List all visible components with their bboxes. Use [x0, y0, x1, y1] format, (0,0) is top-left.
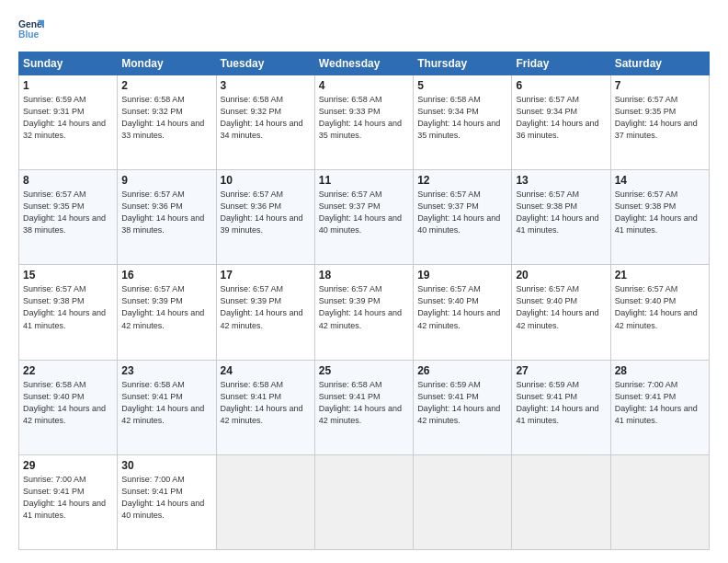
calendar-cell [216, 454, 314, 549]
day-number: 11 [319, 174, 409, 187]
calendar-cell: 9 Sunrise: 6:57 AMSunset: 9:36 PMDayligh… [118, 170, 216, 265]
header-row: SundayMondayTuesdayWednesdayThursdayFrid… [19, 52, 710, 75]
col-header-sunday: Sunday [19, 52, 118, 75]
day-info: Sunrise: 6:57 AMSunset: 9:38 PMDaylight:… [23, 284, 106, 329]
day-number: 18 [319, 269, 409, 282]
calendar-cell: 15 Sunrise: 6:57 AMSunset: 9:38 PMDaylig… [19, 265, 118, 360]
day-info: Sunrise: 6:57 AMSunset: 9:39 PMDaylight:… [121, 284, 204, 329]
logo: General Blue [18, 17, 50, 42]
day-number: 14 [615, 174, 705, 187]
calendar-cell [314, 454, 413, 549]
calendar-cell: 29 Sunrise: 7:00 AMSunset: 9:41 PMDaylig… [19, 454, 118, 549]
day-info: Sunrise: 6:57 AMSunset: 9:39 PMDaylight:… [221, 284, 303, 329]
calendar-cell: 8 Sunrise: 6:57 AMSunset: 9:35 PMDayligh… [19, 170, 118, 265]
day-number: 27 [516, 364, 606, 377]
calendar-cell: 30 Sunrise: 7:00 AMSunset: 9:41 PMDaylig… [118, 454, 216, 549]
day-info: Sunrise: 6:57 AMSunset: 9:38 PMDaylight:… [516, 190, 598, 235]
calendar-cell: 11 Sunrise: 6:57 AMSunset: 9:37 PMDaylig… [314, 170, 413, 265]
calendar-cell: 4 Sunrise: 6:58 AMSunset: 9:33 PMDayligh… [314, 75, 413, 170]
day-number: 28 [615, 364, 705, 377]
day-info: Sunrise: 6:57 AMSunset: 9:35 PMDaylight:… [615, 95, 698, 140]
day-info: Sunrise: 6:59 AMSunset: 9:31 PMDaylight:… [23, 95, 106, 140]
day-info: Sunrise: 6:58 AMSunset: 9:41 PMDaylight:… [121, 380, 204, 425]
day-info: Sunrise: 6:57 AMSunset: 9:37 PMDaylight:… [319, 190, 402, 235]
col-header-monday: Monday [118, 52, 216, 75]
calendar-cell: 16 Sunrise: 6:57 AMSunset: 9:39 PMDaylig… [118, 265, 216, 360]
day-number: 10 [221, 174, 311, 187]
day-info: Sunrise: 6:57 AMSunset: 9:36 PMDaylight:… [121, 190, 204, 235]
day-number: 20 [516, 269, 606, 282]
day-number: 12 [417, 174, 507, 187]
day-info: Sunrise: 6:57 AMSunset: 9:37 PMDaylight:… [417, 190, 500, 235]
page: General Blue SundayMondayTuesdayWednesda… [0, 0, 728, 563]
day-number: 24 [221, 364, 311, 377]
day-number: 21 [615, 269, 705, 282]
svg-text:Blue: Blue [18, 29, 40, 40]
logo-icon: General Blue [18, 17, 44, 42]
header: General Blue [18, 17, 710, 42]
day-info: Sunrise: 6:58 AMSunset: 9:41 PMDaylight:… [319, 380, 402, 425]
day-info: Sunrise: 6:57 AMSunset: 9:34 PMDaylight:… [516, 95, 598, 140]
col-header-saturday: Saturday [610, 52, 709, 75]
calendar-cell: 14 Sunrise: 6:57 AMSunset: 9:38 PMDaylig… [610, 170, 709, 265]
day-number: 2 [121, 79, 211, 92]
day-number: 29 [23, 459, 113, 472]
day-number: 9 [121, 174, 211, 187]
day-number: 22 [23, 364, 113, 377]
calendar-cell: 25 Sunrise: 6:58 AMSunset: 9:41 PMDaylig… [314, 360, 413, 454]
calendar-cell: 3 Sunrise: 6:58 AMSunset: 9:32 PMDayligh… [216, 75, 314, 170]
calendar-cell [610, 454, 709, 549]
day-info: Sunrise: 6:57 AMSunset: 9:35 PMDaylight:… [23, 190, 106, 235]
day-number: 23 [121, 364, 211, 377]
day-info: Sunrise: 6:57 AMSunset: 9:39 PMDaylight:… [319, 284, 402, 329]
calendar-cell: 10 Sunrise: 6:57 AMSunset: 9:36 PMDaylig… [216, 170, 314, 265]
calendar-cell: 17 Sunrise: 6:57 AMSunset: 9:39 PMDaylig… [216, 265, 314, 360]
day-info: Sunrise: 6:58 AMSunset: 9:41 PMDaylight:… [221, 380, 303, 425]
day-info: Sunrise: 7:00 AMSunset: 9:41 PMDaylight:… [121, 475, 204, 520]
day-info: Sunrise: 6:58 AMSunset: 9:34 PMDaylight:… [417, 95, 500, 140]
day-info: Sunrise: 6:57 AMSunset: 9:38 PMDaylight:… [615, 190, 698, 235]
calendar-cell: 18 Sunrise: 6:57 AMSunset: 9:39 PMDaylig… [314, 265, 413, 360]
day-number: 16 [121, 269, 211, 282]
day-info: Sunrise: 6:58 AMSunset: 9:32 PMDaylight:… [221, 95, 303, 140]
day-info: Sunrise: 6:58 AMSunset: 9:40 PMDaylight:… [23, 380, 106, 425]
calendar-cell: 26 Sunrise: 6:59 AMSunset: 9:41 PMDaylig… [414, 360, 512, 454]
col-header-thursday: Thursday [414, 52, 512, 75]
col-header-tuesday: Tuesday [216, 52, 314, 75]
day-number: 1 [23, 79, 113, 92]
day-number: 4 [319, 79, 409, 92]
calendar-cell: 23 Sunrise: 6:58 AMSunset: 9:41 PMDaylig… [118, 360, 216, 454]
calendar-cell: 27 Sunrise: 6:59 AMSunset: 9:41 PMDaylig… [512, 360, 610, 454]
day-info: Sunrise: 6:58 AMSunset: 9:32 PMDaylight:… [121, 95, 204, 140]
day-info: Sunrise: 6:59 AMSunset: 9:41 PMDaylight:… [417, 380, 500, 425]
calendar-cell: 20 Sunrise: 6:57 AMSunset: 9:40 PMDaylig… [512, 265, 610, 360]
calendar-week-2: 15 Sunrise: 6:57 AMSunset: 9:38 PMDaylig… [19, 265, 710, 360]
day-info: Sunrise: 7:00 AMSunset: 9:41 PMDaylight:… [23, 475, 106, 520]
calendar-cell: 1 Sunrise: 6:59 AMSunset: 9:31 PMDayligh… [19, 75, 118, 170]
day-info: Sunrise: 6:57 AMSunset: 9:40 PMDaylight:… [615, 284, 698, 329]
day-number: 13 [516, 174, 606, 187]
calendar-week-0: 1 Sunrise: 6:59 AMSunset: 9:31 PMDayligh… [19, 75, 710, 170]
calendar-cell: 19 Sunrise: 6:57 AMSunset: 9:40 PMDaylig… [414, 265, 512, 360]
calendar-cell: 6 Sunrise: 6:57 AMSunset: 9:34 PMDayligh… [512, 75, 610, 170]
calendar-week-1: 8 Sunrise: 6:57 AMSunset: 9:35 PMDayligh… [19, 170, 710, 265]
calendar-cell: 22 Sunrise: 6:58 AMSunset: 9:40 PMDaylig… [19, 360, 118, 454]
day-number: 5 [417, 79, 507, 92]
day-number: 26 [417, 364, 507, 377]
calendar-week-3: 22 Sunrise: 6:58 AMSunset: 9:40 PMDaylig… [19, 360, 710, 454]
col-header-friday: Friday [512, 52, 610, 75]
calendar-cell [512, 454, 610, 549]
col-header-wednesday: Wednesday [314, 52, 413, 75]
day-info: Sunrise: 7:00 AMSunset: 9:41 PMDaylight:… [615, 380, 698, 425]
calendar-cell: 2 Sunrise: 6:58 AMSunset: 9:32 PMDayligh… [118, 75, 216, 170]
calendar-cell [414, 454, 512, 549]
day-number: 17 [221, 269, 311, 282]
day-number: 19 [417, 269, 507, 282]
day-info: Sunrise: 6:57 AMSunset: 9:36 PMDaylight:… [221, 190, 303, 235]
day-info: Sunrise: 6:58 AMSunset: 9:33 PMDaylight:… [319, 95, 402, 140]
day-number: 15 [23, 269, 113, 282]
day-number: 3 [221, 79, 311, 92]
day-number: 7 [615, 79, 705, 92]
calendar-cell: 13 Sunrise: 6:57 AMSunset: 9:38 PMDaylig… [512, 170, 610, 265]
day-number: 25 [319, 364, 409, 377]
